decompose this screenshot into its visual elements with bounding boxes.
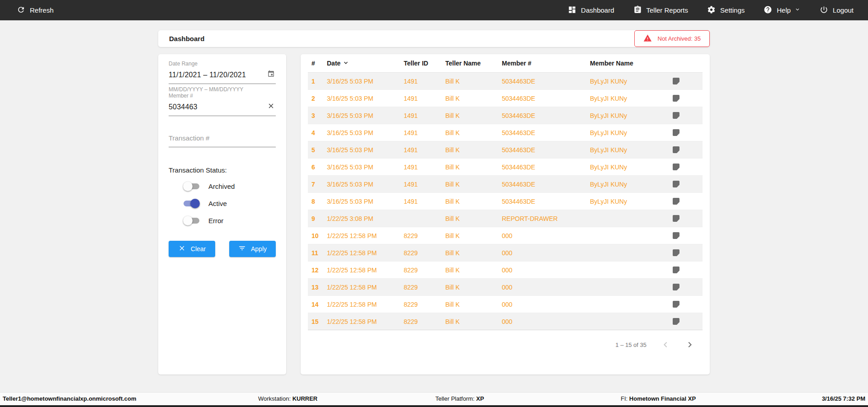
cell-teller-id: 8229 (404, 249, 445, 257)
cell-teller-id: 1491 (404, 181, 445, 188)
cell-teller-name: Bill K (445, 232, 502, 239)
table-row[interactable]: 121/22/25 12:58 PM8229Bill K000 (308, 262, 703, 279)
cell-teller-name: Bill K (445, 198, 502, 205)
cell-note (673, 284, 703, 290)
teller-platform-status: Teller Platform: XP (435, 393, 484, 405)
cell-teller-id: 1491 (404, 164, 445, 171)
note-icon[interactable] (673, 129, 679, 136)
table-row[interactable]: 53/16/25 5:03 PM1491Bill K5034463DEByLyJ… (308, 141, 703, 159)
note-icon[interactable] (673, 284, 679, 290)
note-icon[interactable] (673, 95, 679, 102)
archived-toggle-label: Archived (208, 182, 235, 190)
table-row[interactable]: 23/16/25 5:03 PM1491Bill K5034463DEByLyJ… (308, 90, 703, 107)
refresh-button[interactable]: Refresh (17, 5, 54, 15)
archived-toggle[interactable] (183, 182, 200, 191)
cell-teller-id: 1491 (404, 112, 445, 119)
cell-member-num: 5034463DE (502, 164, 590, 171)
cell-note (673, 215, 703, 222)
pagination-bar: 1 – 15 of 35 (308, 330, 703, 359)
refresh-icon (17, 5, 25, 15)
cell-member-num: 5034463DE (502, 129, 590, 136)
note-icon[interactable] (673, 198, 679, 205)
cell-member-num: 000 (502, 232, 590, 239)
note-icon[interactable] (673, 301, 679, 308)
nav-label-dashboard: Dashboard (581, 6, 614, 14)
table-row[interactable]: 33/16/25 5:03 PM1491Bill K5034463DEByLyJ… (308, 107, 703, 124)
column-header-teller-name: Teller Name (445, 60, 502, 67)
error-toggle-label: Error (208, 217, 223, 225)
cell-member-name: ByLyJI KUNy (590, 146, 673, 154)
column-header-number: # (308, 60, 327, 67)
table-row[interactable]: 43/16/25 5:03 PM1491Bill K5034463DEByLyJ… (308, 124, 703, 141)
cell-note (673, 181, 703, 187)
not-archived-badge[interactable]: Not Archived: 35 (634, 30, 710, 47)
toggle-row-error: Error (183, 215, 276, 225)
note-icon[interactable] (673, 112, 679, 119)
toggle-thumb (190, 199, 200, 208)
member-number-input[interactable]: 5034463 (169, 99, 276, 116)
note-icon[interactable] (673, 267, 679, 273)
cell-member-name: ByLyJI KUNy (590, 112, 673, 119)
cell-member-num: 000 (502, 267, 590, 274)
cell-num: 5 (308, 146, 327, 154)
table-row[interactable]: 63/16/25 5:03 PM1491Bill K5034463DEByLyJ… (308, 159, 703, 176)
nav-item-dashboard[interactable]: Dashboard (568, 5, 614, 15)
table-row[interactable]: 13/16/25 5:03 PM1491Bill K5034463DEByLyJ… (308, 73, 703, 90)
cell-teller-id: 8229 (404, 284, 445, 291)
cell-note (673, 164, 703, 170)
member-number-value: 5034463 (169, 103, 198, 111)
nav-item-teller-reports[interactable]: Teller Reports (633, 5, 689, 15)
column-header-member-num: Member # (502, 60, 590, 67)
note-icon[interactable] (673, 215, 679, 222)
table-row[interactable]: 111/22/25 12:58 PM8229Bill K000 (308, 244, 703, 262)
date-range-input[interactable]: 11/1/2021 – 11/20/2021 (169, 67, 276, 84)
cell-num: 6 (308, 164, 327, 171)
nav-item-logout[interactable]: Logout (820, 5, 854, 15)
nav-label-help: Help (777, 6, 791, 14)
bottom-strip (0, 405, 868, 407)
cell-member-num: 000 (502, 301, 590, 308)
filter-icon (238, 244, 246, 253)
clear-button[interactable]: Clear (169, 241, 215, 257)
nav-item-settings[interactable]: Settings (707, 5, 745, 15)
note-icon[interactable] (673, 164, 679, 170)
cell-member-num: 5034463DE (502, 181, 590, 188)
column-header-teller-id: Teller ID (404, 60, 445, 67)
toggle-row-archived: Archived (183, 181, 276, 191)
table-row[interactable]: 83/16/25 5:03 PM1491Bill K5034463DEByLyJ… (308, 193, 703, 210)
note-icon[interactable] (673, 146, 679, 153)
table-row[interactable]: 131/22/25 12:58 PM8229Bill K000 (308, 279, 703, 296)
calendar-icon[interactable] (267, 70, 275, 80)
nav-item-help[interactable]: Help (764, 5, 801, 15)
table-row[interactable]: 151/22/25 12:58 PM8229Bill K000 (308, 313, 703, 330)
cell-teller-id: 8229 (404, 267, 445, 274)
note-icon[interactable] (673, 181, 679, 187)
active-toggle[interactable] (183, 199, 200, 208)
cell-num: 13 (308, 284, 327, 291)
table-row[interactable]: 101/22/25 12:58 PM8229Bill K000 (308, 227, 703, 244)
apply-button[interactable]: Apply (229, 241, 276, 257)
clear-button-label: Clear (191, 245, 206, 253)
note-icon[interactable] (673, 232, 679, 239)
table-row[interactable]: 141/22/25 12:58 PM8229Bill K000 (308, 296, 703, 313)
table-row[interactable]: 73/16/25 5:03 PM1491Bill K5034463DEByLyJ… (308, 176, 703, 193)
cell-num: 14 (308, 301, 327, 308)
note-icon[interactable] (673, 249, 679, 256)
column-header-date[interactable]: Date (327, 59, 404, 68)
cell-num: 8 (308, 198, 327, 205)
table-row[interactable]: 91/22/25 3:08 PMBill KREPORT-DRAWER (308, 210, 703, 227)
nav-label-teller-reports: Teller Reports (646, 6, 689, 14)
cell-member-num: 5034463DE (502, 146, 590, 154)
next-page-button[interactable] (684, 339, 695, 350)
transaction-number-input[interactable]: Transaction # (169, 134, 276, 147)
note-icon[interactable] (673, 78, 679, 84)
toggle-row-active: Active (183, 198, 276, 208)
error-toggle[interactable] (183, 216, 200, 225)
clear-member-icon[interactable] (267, 102, 275, 112)
cell-member-name: ByLyJI KUNy (590, 181, 673, 188)
cell-member-num: 5034463DE (502, 198, 590, 205)
note-icon[interactable] (673, 318, 679, 325)
date-format-hint: MM/DD/YYYY – MM/DD/YYYY (169, 86, 276, 93)
status-datetime: 3/16/25 7:32 PM (822, 393, 865, 405)
teller-email: Teller1@hometownfinancialxp.onmicrosoft.… (3, 393, 137, 405)
